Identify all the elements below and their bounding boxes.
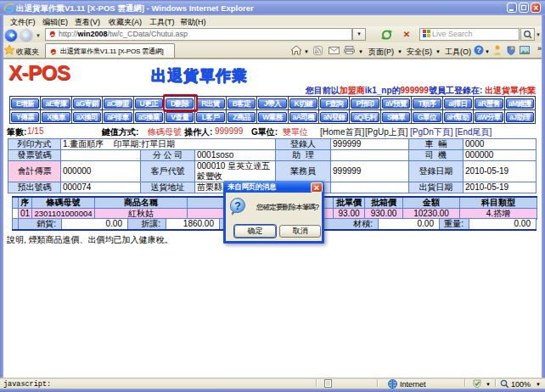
svg-text:?: ?	[476, 46, 481, 54]
